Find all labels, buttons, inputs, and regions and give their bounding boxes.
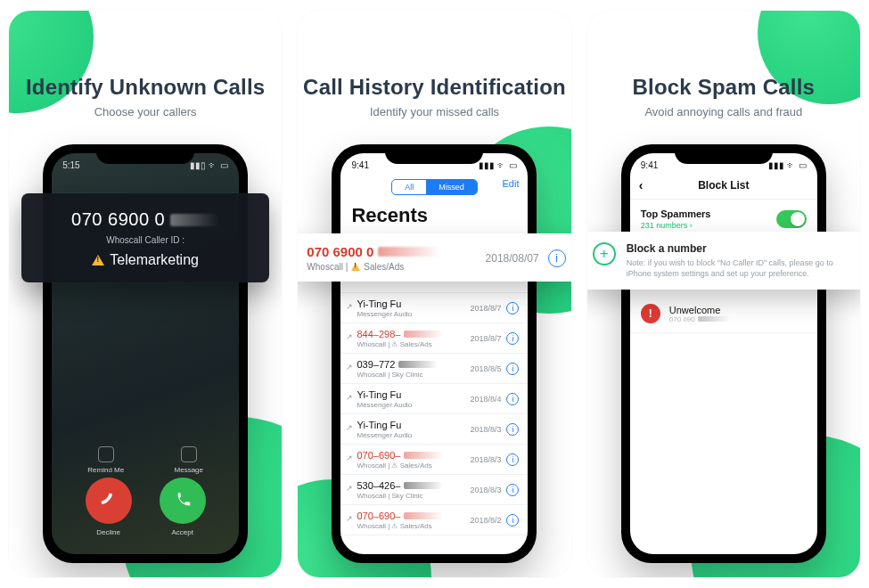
call-number: Yi-Ting Fu: [357, 298, 470, 309]
caller-number: 070 6900 0: [37, 209, 253, 230]
panel-title: Identify Unknown Calls: [9, 75, 282, 100]
warning-icon: [92, 255, 104, 265]
toggle-count: 231 numbers ›: [641, 221, 776, 230]
call-row[interactable]: ↗070–690–Whoscall | ⚠ Sales/Ads2018/8/3i: [340, 445, 528, 475]
status-icons: ▮▮▮ ᯤ ▭: [768, 160, 807, 170]
nav-title: Block List: [698, 179, 749, 192]
call-number: Yi-Ting Fu: [357, 389, 470, 400]
call-row[interactable]: ↗844–298–Whoscall | ⚠ Sales/Ads2018/8/7i: [340, 323, 528, 354]
signal-icon: ▮▮▮: [768, 160, 784, 170]
wifi-icon: ᯤ: [209, 160, 217, 170]
outgoing-icon: ↗: [346, 393, 353, 402]
status-time: 5:15: [62, 160, 79, 170]
call-buttons: Decline Accept: [52, 478, 239, 536]
back-button[interactable]: ‹: [639, 178, 644, 192]
edit-button[interactable]: Edit: [503, 178, 520, 189]
outgoing-icon: ↗: [346, 514, 353, 523]
panel-headline: Call History Identification Identify you…: [298, 11, 570, 118]
call-row[interactable]: ↗Yi-Ting FuMessenger Audio2018/8/7i: [340, 293, 528, 323]
status-time: 9:41: [641, 160, 658, 170]
redacted-icon: [404, 331, 443, 338]
remind-me-button[interactable]: Remind Me: [87, 446, 124, 474]
overlay-note: Note: if you wish to block "No Caller ID…: [627, 257, 855, 279]
panel-subtitle: Choose your callers: [9, 105, 282, 118]
panel-headline: Block Spam Calls Avoid annoying calls an…: [587, 11, 860, 118]
accept-button[interactable]: Accept: [160, 478, 206, 536]
call-date: 2018/08/07: [486, 252, 539, 265]
call-number: 070 6900 0: [307, 244, 485, 259]
call-mini-actions: Remind Me Message: [52, 446, 239, 474]
panel-subtitle: Avoid annoying calls and fraud: [587, 105, 860, 118]
block-number-overlay[interactable]: + Block a number Note: if you wish to bl…: [587, 232, 860, 290]
info-icon[interactable]: i: [506, 363, 519, 375]
call-detail: Whoscall | ⚠ Sales/Ads: [357, 340, 470, 348]
outgoing-icon: ↗: [346, 484, 353, 493]
blocked-entry[interactable]: ! Unwelcome 070 690: [630, 295, 817, 333]
status-time: 9:41: [351, 160, 368, 170]
panel-block: Block Spam Calls Avoid annoying calls an…: [587, 11, 860, 577]
info-icon[interactable]: i: [506, 484, 519, 496]
status-icons: ▮▮▮ ᯤ ▭: [479, 160, 517, 170]
call-date: 2018/8/3: [470, 425, 501, 434]
blocked-number: 070 690: [669, 315, 730, 323]
call-detail: Whoscall | Sky Clinic: [357, 492, 470, 500]
add-icon: +: [593, 242, 616, 265]
blocklist-screen: 9:41 ▮▮▮ ᯤ ▭ ‹ Block List Top Spammers: [630, 153, 817, 554]
call-date: 2018/8/3: [470, 455, 501, 464]
tab-all[interactable]: All: [392, 180, 426, 194]
redacted-icon: [698, 316, 730, 322]
highlighted-call-row[interactable]: 070 6900 0 Whoscall | Sales/Ads 2018/08/…: [298, 233, 570, 282]
outgoing-icon: ↗: [346, 302, 353, 311]
call-number: 070–690–: [357, 510, 470, 521]
battery-icon: ▭: [220, 160, 228, 170]
redacted-icon: [398, 361, 438, 368]
call-row[interactable]: ↗Yi-Ting FuMessenger Audio2018/8/3i: [340, 414, 528, 445]
call-number: 844–298–: [357, 329, 470, 339]
info-icon[interactable]: i: [548, 249, 566, 267]
phone-mock: 9:41 ▮▮▮ ᯤ ▭ ‹ Block List Top Spammers: [621, 144, 826, 563]
panel-identify: Identify Unknown Calls Choose your calle…: [9, 11, 282, 577]
signal-icon: ▮▮▯: [190, 160, 206, 170]
remind-icon: [98, 446, 114, 462]
redacted-icon: [404, 512, 443, 519]
message-button[interactable]: Message: [175, 446, 203, 474]
redacted-icon: [170, 214, 219, 226]
call-row[interactable]: ↗530–426–Whoscall | Sky Clinic2018/8/3i: [340, 475, 528, 505]
redacted-icon: [378, 247, 440, 257]
decline-button[interactable]: Decline: [86, 478, 132, 536]
wifi-icon: ᯤ: [497, 160, 506, 170]
info-icon[interactable]: i: [506, 393, 519, 405]
phone-down-icon: [99, 491, 119, 510]
tab-missed[interactable]: Missed: [426, 180, 477, 194]
call-date: 2018/8/4: [470, 395, 501, 404]
info-icon[interactable]: i: [506, 453, 519, 466]
outgoing-icon: ↗: [346, 453, 353, 462]
call-date: 2018/8/7: [470, 304, 501, 313]
call-row[interactable]: ↗Yi-Ting FuMessenger Audio2018/8/4i: [340, 384, 528, 414]
caller-id-overlay: 070 6900 0 Whoscall Caller ID : Telemark…: [21, 193, 269, 282]
nav-bar: ‹ Block List: [630, 170, 817, 200]
call-detail: Whoscall | Sales/Ads: [307, 262, 485, 272]
recents-screen: 9:41 ▮▮▮ ᯤ ▭ All Missed Edit Recents ↗72…: [340, 153, 528, 554]
caller-tag: Telemarketing: [37, 252, 253, 268]
call-row[interactable]: ↗070–690–Whoscall | ⚠ Sales/Ads2018/8/2i: [340, 505, 528, 535]
wifi-icon: ᯤ: [787, 160, 796, 170]
status-icons: ▮▮▯ ᯤ ▭: [190, 160, 228, 170]
call-detail: Messenger Audio: [357, 431, 470, 439]
overlay-title: Block a number: [627, 242, 855, 255]
toggle-title: Top Spammers: [641, 208, 776, 219]
call-date: 2018/8/3: [470, 486, 501, 494]
call-detail: Whoscall | ⚠ Sales/Ads: [357, 461, 470, 470]
info-icon[interactable]: i: [506, 332, 519, 345]
call-detail: Messenger Audio: [357, 401, 470, 409]
info-icon[interactable]: i: [506, 423, 519, 436]
call-number: 070–690–: [357, 450, 470, 461]
call-detail: Whoscall | Sky Clinic: [357, 371, 470, 379]
outgoing-icon: ↗: [346, 423, 353, 432]
toggle-switch[interactable]: [776, 210, 807, 228]
info-icon[interactable]: i: [506, 302, 519, 314]
info-icon[interactable]: i: [506, 514, 519, 527]
call-row[interactable]: ↗039–772Whoscall | Sky Clinic2018/8/5i: [340, 354, 528, 384]
phone-notch: [385, 144, 483, 164]
call-number: 039–772: [357, 359, 470, 370]
